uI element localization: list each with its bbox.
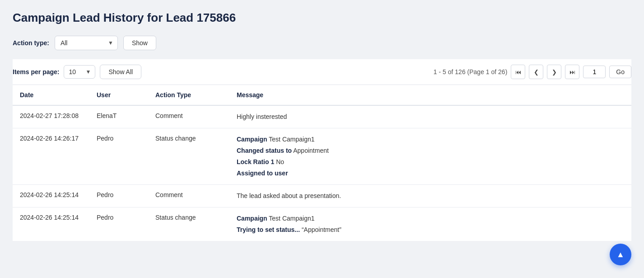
prev-page-button[interactable]: ❮: [529, 65, 543, 79]
message-line: The lead asked about a presentation.: [237, 191, 624, 201]
history-table: Date User Action Type Message 2024-02-27…: [13, 85, 631, 241]
cell-user: ElenaT: [89, 105, 148, 128]
action-type-select-wrapper: All Comment Status change Email Call ▼: [55, 36, 118, 50]
message-bold: Assigned to user: [237, 170, 288, 177]
table-row: 2024-02-26 14:25:14 Pedro Comment The le…: [13, 185, 631, 207]
message-bold: Lock Ratio 1: [237, 158, 274, 165]
cell-date: 2024-02-26 14:25:14: [13, 207, 89, 241]
filter-bar: Action type: All Comment Status change E…: [13, 36, 631, 50]
cell-user: Pedro: [89, 185, 148, 207]
col-header-action-type: Action Type: [148, 85, 229, 105]
message-line: Highly insterested: [237, 112, 624, 122]
page-container: Campaign Lead History for Lead 175866 Ac…: [0, 0, 644, 278]
last-page-button[interactable]: ⏭: [565, 65, 579, 79]
first-page-button[interactable]: ⏮: [511, 65, 525, 79]
show-button[interactable]: Show: [123, 36, 156, 50]
pagination-bar: Items per page: 10 25 50 100 ▼ Show All …: [13, 59, 631, 85]
message-line: Campaign Test Campaign1: [237, 135, 624, 144]
action-type-label: Action type:: [13, 39, 49, 47]
cell-message: Campaign Test Campaign1 Changed status t…: [229, 128, 631, 185]
next-page-button[interactable]: ❯: [547, 65, 561, 79]
table-container: Items per page: 10 25 50 100 ▼ Show All …: [13, 59, 631, 241]
go-button[interactable]: Go: [609, 66, 631, 78]
items-per-page-select-wrapper: 10 25 50 100 ▼: [64, 65, 95, 79]
page-number-input[interactable]: [583, 66, 606, 78]
col-header-user: User: [89, 85, 148, 105]
message-bold: Campaign: [237, 215, 267, 222]
col-header-date: Date: [13, 85, 89, 105]
fab-icon: ▲: [616, 250, 625, 259]
action-type-select[interactable]: All Comment Status change Email Call: [55, 36, 118, 50]
items-per-page-label: Items per page:: [13, 68, 59, 75]
cell-date: 2024-02-26 14:25:14: [13, 185, 89, 207]
message-line: Trying to set status... “Appointment”: [237, 225, 624, 235]
message-line: Assigned to user: [237, 169, 624, 178]
cell-action-type: Status change: [148, 207, 229, 241]
table-row: 2024-02-26 14:25:14 Pedro Status change …: [13, 207, 631, 241]
page-info: 1 - 5 of 126 (Page 1 of 26): [434, 68, 507, 75]
items-per-page-select[interactable]: 10 25 50 100: [64, 65, 95, 79]
message-bold: Changed status to: [237, 147, 292, 154]
cell-date: 2024-02-26 14:26:17: [13, 128, 89, 185]
message-line: Lock Ratio 1 No: [237, 157, 624, 167]
pagination-right: 1 - 5 of 126 (Page 1 of 26) ⏮ ❮ ❯ ⏭ Go: [434, 65, 631, 79]
page-title: Campaign Lead History for Lead 175866: [13, 11, 631, 25]
cell-action-type: Status change: [148, 128, 229, 185]
cell-date: 2024-02-27 17:28:08: [13, 105, 89, 128]
message-line: Changed status to Appointment: [237, 146, 624, 155]
fab-button[interactable]: ▲: [610, 244, 631, 265]
table-row: 2024-02-26 14:26:17 Pedro Status change …: [13, 128, 631, 185]
cell-message: Highly insterested: [229, 105, 631, 128]
cell-message: Campaign Test Campaign1 Trying to set st…: [229, 207, 631, 241]
cell-user: Pedro: [89, 128, 148, 185]
cell-action-type: Comment: [148, 105, 229, 128]
cell-action-type: Comment: [148, 185, 229, 207]
pagination-left: Items per page: 10 25 50 100 ▼ Show All: [13, 65, 141, 79]
table-header-row: Date User Action Type Message: [13, 85, 631, 105]
message-line: Campaign Test Campaign1: [237, 214, 624, 223]
cell-user: Pedro: [89, 207, 148, 241]
cell-message: The lead asked about a presentation.: [229, 185, 631, 207]
table-row: 2024-02-27 17:28:08 ElenaT Comment Highl…: [13, 105, 631, 128]
col-header-message: Message: [229, 85, 631, 105]
message-bold: Campaign: [237, 136, 267, 143]
show-all-button[interactable]: Show All: [100, 65, 141, 79]
message-bold: Trying to set status...: [237, 226, 300, 233]
